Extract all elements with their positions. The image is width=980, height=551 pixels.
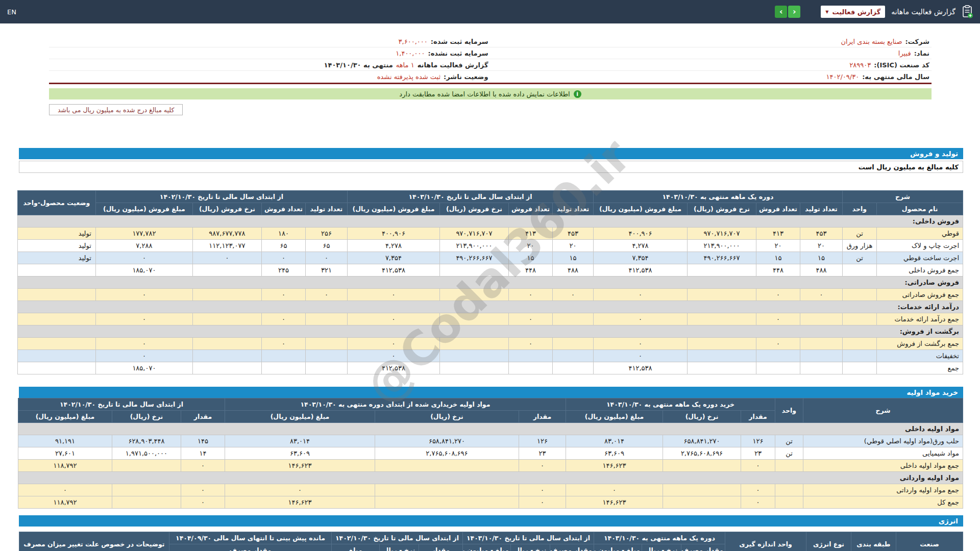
section-header-production: تولید و فروش (19, 148, 963, 159)
table-cell: ۲۰ (800, 240, 842, 252)
table-cell: ۱۸۰ (261, 228, 305, 240)
report-icon-glyph (962, 5, 973, 18)
table-cell: ۰ (261, 338, 305, 350)
report-period-label: گزارش فعالیت ماهانه (418, 61, 488, 69)
table-cell (687, 350, 756, 362)
company-info-table: شرکت: صنایع بسته بندی ایران سرمایه ثبت ش… (49, 36, 932, 84)
table-cell: جمع کل (803, 496, 963, 509)
table-row: مواد اولیه داخلی (18, 423, 963, 435)
signed-match-text: اطلاعات نمایش داده شده با اطلاعات امضا ش… (399, 90, 570, 98)
table-cell (687, 362, 756, 374)
table-cell: ۱۸۵,۰۷۰ (95, 362, 192, 374)
column-header: مبلغ (میلیون ریال) (225, 411, 375, 423)
table-cell: تخفیفات (877, 350, 963, 362)
table-cell: ۲۱۳,۹۰۰,۰۰۰ (687, 240, 756, 252)
table-cell (17, 362, 95, 374)
table-cell: ۱۴ (181, 447, 225, 460)
language-toggle[interactable]: EN (7, 8, 16, 16)
table-cell: ۰ (566, 484, 663, 496)
table-cell (261, 350, 305, 362)
table-cell: ۰ (347, 289, 439, 301)
report-type-dropdown[interactable]: گزارش فعالیت ▼ (821, 6, 885, 18)
table-cell: مواد شیمیایی (803, 447, 963, 460)
column-header: نرخ - ریال (642, 544, 681, 551)
table-cell: ۶۳,۶۰۹ (566, 447, 663, 460)
table-cell: ۱۲۶ (741, 435, 775, 447)
table-cell: ۰ (261, 289, 305, 301)
table-cell (508, 350, 552, 362)
table-cell (17, 289, 95, 301)
column-group-header: دوره یک ماهه منتهی به ۱۴۰۳/۱۰/۳۰ (594, 532, 725, 544)
table-cell (439, 264, 508, 277)
column-group-header: دوره یک ماهه منتهی به ۱۴۰۳/۱۰/۳۰ (593, 191, 842, 203)
table-row: جمع فروش صادراتی۰۰۰۰۰۰۰۰۰ (17, 289, 963, 301)
table-cell (192, 350, 261, 362)
table-cell (17, 350, 95, 362)
table-cell (775, 496, 803, 509)
table-cell (192, 289, 261, 301)
section-header-materials: خرید مواد اولیه (19, 387, 963, 398)
publisher-status-value: ثبت شده پذیرفته نشده (377, 73, 440, 81)
column-header: مقدار (519, 411, 566, 423)
table-cell: اجرت ساخت قوطي (877, 252, 963, 264)
table-cell: ۴۹۰,۲۶۶,۶۶۷ (439, 252, 508, 264)
table-cell: ۰ (347, 338, 439, 350)
table-cell: تن (842, 252, 876, 264)
table-cell: ۱۴۶,۶۲۳ (225, 496, 375, 509)
table-cell: ۱۲۶ (519, 435, 566, 447)
report-page: شرکت: صنایع بسته بندی ایران سرمایه ثبت ش… (19, 36, 963, 551)
table-cell: ۰ (181, 460, 225, 472)
table-header-row: شرحواحدخرید دوره یک ماهه منتهی به ۱۴۰۳/۱… (18, 398, 963, 411)
table-cell (687, 313, 756, 325)
table-cell: ۰ (756, 289, 800, 301)
info-row: نماد: فبیرا سرمایه ثبت نشده: ۱,۴۰۰,۰۰۰ (49, 47, 932, 59)
column-header: مقدار مصرف (169, 544, 331, 551)
table-cell: ۰ (741, 496, 775, 509)
column-header: نرخ فروش (ریال) (439, 203, 508, 215)
column-group-header: شرح (803, 398, 963, 423)
table-row: جمع کل۰۱۴۶,۶۲۳۰۱۴۶,۶۲۳۰۱۱۸,۷۹۲ (18, 496, 963, 509)
column-group-header: طبقه بندی (851, 532, 896, 551)
symbol-link[interactable]: فبیرا (898, 49, 911, 57)
column-header: مبلغ (331, 544, 379, 551)
unregistered-capital-label: سرمایه ثبت نشده: (428, 49, 488, 57)
table-cell: ۲۳ (741, 447, 775, 460)
table-cell (663, 484, 741, 496)
table-cell: ۰ (95, 313, 192, 325)
table-cell (842, 313, 876, 325)
table-header-row: صنعتطبقه بندینوع انرژیواحد اندازه گیریدو… (19, 532, 963, 544)
table-cell: ۰ (508, 338, 552, 350)
table-cell: جمع مواد اولیه وارداتی (803, 484, 963, 496)
table-cell: ۴۴۸ (756, 264, 800, 277)
table-cell: ۷,۲۸۸ (95, 240, 192, 252)
company-header: شرکت: صنایع بسته بندی ایران سرمایه ثبت ش… (49, 36, 932, 115)
column-header: مقدار مصرف (550, 544, 594, 551)
table-cell: ۰ (192, 252, 261, 264)
table-row: برگشت از فروش: (17, 325, 963, 338)
table-cell: قوطي (877, 228, 963, 240)
table-cell: ۰ (508, 313, 552, 325)
table-cell (439, 289, 508, 301)
company-name-link[interactable]: صنایع بسته بندی ایران (841, 38, 902, 45)
table-cell: جمع مواد اولیه داخلی (803, 460, 963, 472)
table-cell: ۰ (95, 350, 192, 362)
table-cell: جمع درآمد ارائه خدمات (877, 313, 963, 325)
column-header: مبلغ - میلیون ریال (462, 544, 510, 551)
next-report-button[interactable]: › (788, 6, 800, 18)
prev-report-button[interactable]: ‹ (775, 6, 787, 18)
info-cell-symbol: نماد: فبیرا (491, 49, 932, 57)
registered-capital-label: سرمایه ثبت شده: (431, 38, 488, 45)
table-cell: ۰ (741, 460, 775, 472)
table-row: جمع۴۱۲,۵۳۸۴۱۲,۵۳۸۱۸۵,۰۷۰ (17, 362, 963, 374)
section-label: فروش داخلی: (17, 215, 963, 228)
table-cell: ۱۱۲,۱۲۳,۰۷۷ (192, 240, 261, 252)
table-cell (305, 338, 347, 350)
column-group-header: مواد اولیه خریداری شده از ابتدای دوره من… (225, 398, 566, 411)
info-cell-fiscal-year: سال مالی منتهی به: ۱۴۰۲/۰۹/۳۰ (491, 73, 932, 81)
table-cell: ۰ (593, 338, 687, 350)
table-row: جمع مواد اولیه داخلی۰۱۴۶,۶۲۳۰۱۴۶,۶۲۳۰۱۱۸… (18, 460, 963, 472)
column-header: تعداد فروش (756, 203, 800, 215)
report-icon[interactable] (962, 5, 973, 18)
table-cell (375, 496, 519, 509)
table-cell: ۰ (347, 313, 439, 325)
